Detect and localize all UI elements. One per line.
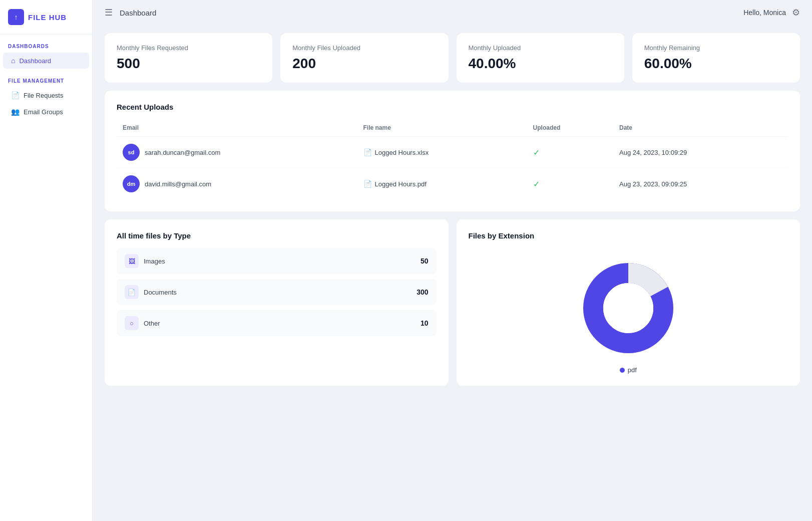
logo-text: FILE HUB bbox=[28, 13, 67, 22]
file-type-item-other: ○ Other 10 bbox=[117, 310, 437, 336]
sidebar-section-dashboards: DASHBOARDS ⌂ Dashboard bbox=[0, 35, 92, 69]
page-title: Dashboard bbox=[120, 9, 156, 17]
file-type-item-documents: 📄 Documents 300 bbox=[117, 279, 437, 305]
file-type-icon-images: 🖼 bbox=[125, 254, 139, 268]
svg-point-2 bbox=[603, 283, 653, 333]
file-type-list: 🖼 Images 50 📄 Documents 300 ○ Other 10 bbox=[117, 248, 437, 336]
date-cell: Aug 23, 2023, 09:09:25 bbox=[613, 168, 788, 200]
file-doc-icon: 📄 bbox=[363, 148, 372, 156]
uploaded-cell: ✓ bbox=[527, 168, 613, 200]
stat-value-files-uploaded: 200 bbox=[292, 56, 436, 72]
stat-label-files-uploaded: Monthly Files Uploaded bbox=[292, 44, 436, 52]
legend-dot-pdf bbox=[620, 368, 625, 373]
check-icon: ✓ bbox=[533, 148, 540, 157]
email-cell: sd sarah.duncan@gmail.com bbox=[117, 137, 357, 168]
chart-legend: pdf bbox=[620, 366, 637, 374]
settings-icon[interactable]: ⚙ bbox=[792, 7, 800, 18]
col-uploaded: Uploaded bbox=[527, 119, 613, 137]
file-type-label-images: Images bbox=[144, 257, 165, 265]
avatar: sd bbox=[123, 144, 140, 161]
stats-grid: Monthly Files Requested 500 Monthly File… bbox=[105, 33, 800, 83]
col-email: Email bbox=[117, 119, 357, 137]
legend-label-pdf: pdf bbox=[628, 366, 637, 374]
file-type-label-other: Other bbox=[144, 320, 160, 327]
app-logo: ↑ FILE HUB bbox=[0, 0, 92, 35]
sidebar-item-email-groups-label: Email Groups bbox=[24, 108, 63, 116]
file-type-left: ○ Other bbox=[125, 316, 160, 330]
file-type-left: 🖼 Images bbox=[125, 254, 165, 268]
header-left: ☰ Dashboard bbox=[105, 7, 156, 18]
sidebar-item-file-requests-label: File Requests bbox=[24, 92, 63, 99]
file-icon: 📄 bbox=[11, 91, 20, 99]
table-row: sd sarah.duncan@gmail.com 📄 Logged Hours… bbox=[117, 137, 788, 168]
content-area: Monthly Files Requested 500 Monthly File… bbox=[93, 25, 812, 521]
sidebar-item-dashboard[interactable]: ⌂ Dashboard bbox=[3, 53, 89, 69]
sidebar-item-dashboard-label: Dashboard bbox=[19, 57, 51, 65]
col-date: Date bbox=[613, 119, 788, 137]
email-text: david.mills@gmail.com bbox=[145, 180, 211, 188]
sidebar-item-email-groups[interactable]: 👥 Email Groups bbox=[3, 104, 89, 120]
recent-uploads-title: Recent Uploads bbox=[117, 103, 788, 111]
stat-label-monthly-uploaded: Monthly Uploaded bbox=[469, 44, 612, 52]
file-type-icon-other: ○ bbox=[125, 316, 139, 330]
filename-text: Logged Hours.pdf bbox=[375, 180, 427, 188]
check-icon: ✓ bbox=[533, 180, 540, 188]
sidebar-item-file-requests[interactable]: 📄 File Requests bbox=[3, 87, 89, 103]
file-type-left: 📄 Documents bbox=[125, 285, 177, 299]
menu-icon[interactable]: ☰ bbox=[105, 7, 113, 18]
stat-value-monthly-uploaded: 40.00% bbox=[469, 56, 612, 72]
section-label-dashboards: DASHBOARDS bbox=[0, 35, 92, 52]
file-type-icon-documents: 📄 bbox=[125, 285, 139, 299]
avatar: dm bbox=[123, 175, 140, 192]
stat-card-monthly-uploaded: Monthly Uploaded 40.00% bbox=[457, 33, 624, 83]
section-label-file-management: FILE MANAGEMENT bbox=[0, 69, 92, 87]
stat-label-files-requested: Monthly Files Requested bbox=[117, 44, 260, 52]
table-row: dm david.mills@gmail.com 📄 Logged Hours.… bbox=[117, 168, 788, 200]
filename-text: Logged Hours.xlsx bbox=[375, 149, 429, 156]
chart-container: pdf bbox=[469, 248, 788, 374]
stat-card-monthly-remaining: Monthly Remaining 60.00% bbox=[632, 33, 800, 83]
stat-value-monthly-remaining: 60.00% bbox=[644, 56, 788, 72]
group-icon: 👥 bbox=[11, 108, 20, 116]
uploaded-cell: ✓ bbox=[527, 137, 613, 168]
file-type-count-documents: 300 bbox=[417, 288, 428, 296]
files-by-type-card: All time files by Type 🖼 Images 50 📄 Doc… bbox=[105, 219, 449, 386]
greeting-text: Hello, Monica bbox=[743, 9, 786, 17]
recent-uploads-card: Recent Uploads Email File name Uploaded … bbox=[105, 91, 800, 211]
home-icon: ⌂ bbox=[11, 57, 15, 65]
files-by-extension-card: Files by Extension pdf bbox=[457, 219, 800, 386]
file-doc-icon: 📄 bbox=[363, 180, 372, 188]
email-cell: dm david.mills@gmail.com bbox=[117, 168, 357, 200]
file-type-count-other: 10 bbox=[421, 319, 429, 327]
donut-chart bbox=[578, 258, 678, 358]
files-by-type-title: All time files by Type bbox=[117, 231, 437, 240]
filename-cell: 📄 Logged Hours.pdf bbox=[357, 168, 527, 200]
logo-icon: ↑ bbox=[8, 9, 24, 25]
header-right: Hello, Monica ⚙ bbox=[743, 7, 800, 18]
sidebar-section-file-management: FILE MANAGEMENT 📄 File Requests 👥 Email … bbox=[0, 69, 92, 120]
email-text: sarah.duncan@gmail.com bbox=[145, 149, 220, 156]
sidebar: ↑ FILE HUB DASHBOARDS ⌂ Dashboard FILE M… bbox=[0, 0, 93, 521]
stat-label-monthly-remaining: Monthly Remaining bbox=[644, 44, 788, 52]
file-type-count-images: 50 bbox=[421, 257, 429, 265]
file-type-label-documents: Documents bbox=[144, 289, 177, 296]
filename-cell: 📄 Logged Hours.xlsx bbox=[357, 137, 527, 168]
col-filename: File name bbox=[357, 119, 527, 137]
files-by-extension-title: Files by Extension bbox=[469, 231, 788, 240]
stat-card-files-uploaded: Monthly Files Uploaded 200 bbox=[280, 33, 448, 83]
stat-card-files-requested: Monthly Files Requested 500 bbox=[105, 33, 272, 83]
header: ☰ Dashboard Hello, Monica ⚙ bbox=[93, 0, 812, 25]
stat-value-files-requested: 500 bbox=[117, 56, 260, 72]
file-type-item-images: 🖼 Images 50 bbox=[117, 248, 437, 274]
main-content: ☰ Dashboard Hello, Monica ⚙ Monthly File… bbox=[93, 0, 812, 521]
recent-uploads-table: Email File name Uploaded Date sd sarah.d… bbox=[117, 119, 788, 199]
bottom-grid: All time files by Type 🖼 Images 50 📄 Doc… bbox=[105, 219, 800, 394]
date-cell: Aug 24, 2023, 10:09:29 bbox=[613, 137, 788, 168]
